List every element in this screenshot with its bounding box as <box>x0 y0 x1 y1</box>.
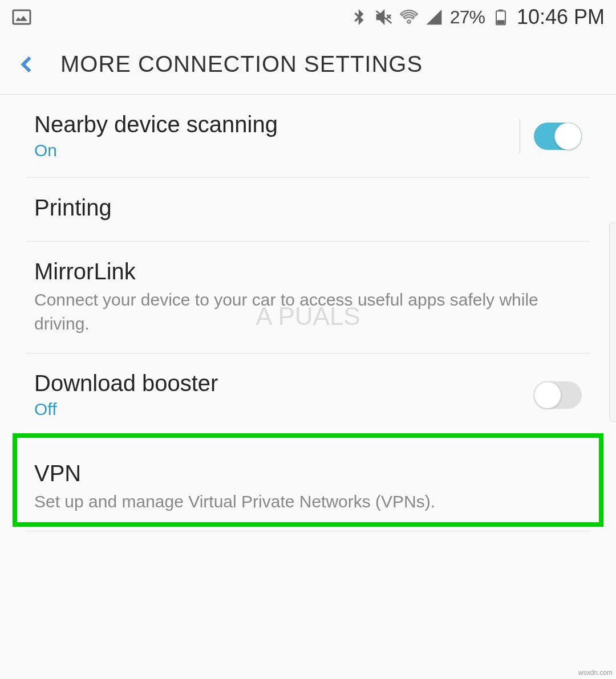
setting-title: Download booster <box>34 371 534 396</box>
setting-download-booster[interactable]: Download booster Off <box>26 353 590 437</box>
setting-description: Connect your device to your car to acces… <box>34 288 582 336</box>
toggle-download-booster[interactable] <box>534 381 582 409</box>
separator <box>520 119 520 153</box>
app-bar: MORE CONNECTION SETTINGS <box>0 34 616 95</box>
status-bar: 27% 10:46 PM <box>0 0 616 34</box>
svg-rect-2 <box>499 10 503 11</box>
clock-time: 10:46 PM <box>517 5 605 29</box>
setting-content: Download booster Off <box>34 371 534 419</box>
setting-content: Nearby device scanning On <box>34 112 506 160</box>
settings-list: Nearby device scanning On Printing Mirro… <box>0 95 616 531</box>
setting-status: On <box>34 141 506 160</box>
status-right: 27% 10:46 PM <box>350 5 605 29</box>
setting-status: Off <box>34 400 534 419</box>
status-left <box>11 7 32 27</box>
setting-printing[interactable]: Printing <box>26 178 590 242</box>
setting-vpn[interactable]: VPN Set up and manage Virtual Private Ne… <box>26 444 590 531</box>
back-icon[interactable] <box>17 54 38 75</box>
wifi-icon <box>400 8 418 26</box>
scroll-handle[interactable] <box>609 222 616 422</box>
picture-icon <box>11 7 32 27</box>
setting-content: MirrorLink Connect your device to your c… <box>34 259 582 336</box>
setting-title: MirrorLink <box>34 259 582 284</box>
setting-mirrorlink[interactable]: MirrorLink Connect your device to your c… <box>26 242 590 353</box>
signal-icon <box>425 8 443 26</box>
bluetooth-icon <box>350 8 368 26</box>
svg-rect-3 <box>497 20 504 24</box>
setting-title: Nearby device scanning <box>34 112 506 137</box>
setting-content: VPN Set up and manage Virtual Private Ne… <box>34 461 582 514</box>
setting-nearby-scanning[interactable]: Nearby device scanning On <box>26 95 590 178</box>
battery-percentage: 27% <box>450 7 485 28</box>
toggle-knob <box>534 381 561 409</box>
toggle-nearby-scanning[interactable] <box>534 123 582 150</box>
battery-icon <box>492 8 510 26</box>
setting-content: Printing <box>34 195 582 224</box>
setting-title: Printing <box>34 195 582 221</box>
setting-title: VPN <box>34 461 582 486</box>
setting-description: Set up and manage Virtual Private Networ… <box>34 490 582 514</box>
source-attribution: wsxdn.com <box>578 669 613 677</box>
mute-vibrate-icon <box>375 8 393 26</box>
vpn-highlight-wrapper: VPN Set up and manage Virtual Private Ne… <box>0 437 616 531</box>
page-title: MORE CONNECTION SETTINGS <box>60 51 423 77</box>
toggle-knob <box>554 123 582 150</box>
